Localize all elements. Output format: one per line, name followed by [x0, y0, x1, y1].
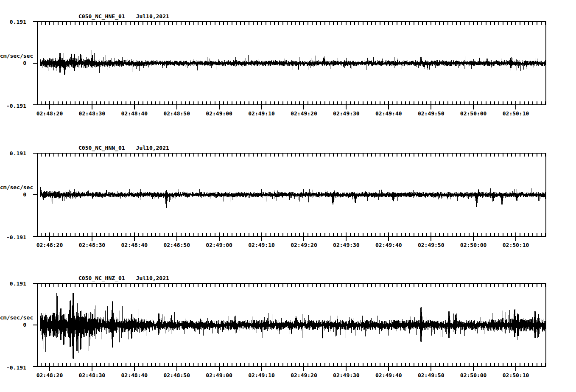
station-channel-label: C050_NC_HNE_01	[78, 13, 125, 20]
x-tick-label: 02:49:00	[206, 372, 232, 378]
y-tick-label-top: 0.191	[0, 280, 26, 287]
x-tick-label: 02:48:40	[121, 242, 148, 248]
y-tick-label-bottom: -0.191	[0, 234, 26, 241]
x-tick-label: 02:48:20	[36, 110, 63, 117]
y-axis-unit-label: cm/sec/sec	[0, 53, 33, 59]
panel-hne: C050_NC_HNE_01 Jul10,2021 0.191 cm/sec/s…	[0, 0, 576, 127]
y-tick-label-top: 0.191	[0, 19, 26, 25]
x-tick-label: 02:49:20	[291, 242, 317, 248]
x-tick-label: 02:48:40	[121, 110, 148, 117]
x-tick-label: 02:49:10	[248, 242, 275, 248]
y-tick-label-zero: 0	[0, 322, 26, 328]
x-tick-label: 02:49:00	[206, 242, 232, 248]
x-tick-label: 02:49:10	[248, 110, 275, 117]
x-tick-label: 02:48:30	[79, 242, 106, 248]
seismogram-figure: C050_NC_HNE_01 Jul10,2021 0.191 cm/sec/s…	[0, 0, 576, 392]
date-label: Jul10,2021	[136, 275, 169, 281]
x-tick-label: 02:49:40	[375, 242, 402, 248]
station-channel-label: C050_NC_HNN_01	[78, 145, 125, 151]
date-label: Jul10,2021	[136, 13, 169, 20]
x-tick-label: 02:49:30	[333, 110, 360, 117]
panel-title: C050_NC_HNN_01 Jul10,2021	[78, 145, 169, 151]
y-tick-label-bottom: -0.191	[0, 103, 26, 109]
x-tick-label: 02:49:50	[418, 372, 445, 378]
x-tick-label: 02:50:00	[460, 110, 487, 117]
x-tick-label: 02:49:30	[333, 372, 360, 378]
x-tick-label: 02:49:20	[291, 110, 317, 117]
x-tick-label: 02:48:40	[121, 372, 148, 378]
x-tick-label: 02:50:10	[503, 372, 529, 378]
y-tick-label-zero: 0	[0, 191, 26, 198]
x-tick-label: 02:48:20	[36, 242, 63, 248]
x-tick-label: 02:50:00	[460, 372, 487, 378]
y-axis-unit-label: cm/sec/sec	[0, 184, 33, 190]
panel-title: C050_NC_HNE_01 Jul10,2021	[78, 13, 169, 20]
x-tick-label: 02:48:50	[163, 242, 190, 248]
station-channel-label: C050_NC_HNZ_01	[78, 275, 125, 281]
panel-hnn: C050_NC_HNN_01 Jul10,2021 0.191 cm/sec/s…	[0, 132, 576, 259]
x-tick-label: 02:48:50	[163, 372, 190, 378]
panel-title: C050_NC_HNZ_01 Jul10,2021	[78, 275, 169, 281]
x-tick-label: 02:49:00	[206, 110, 232, 117]
x-tick-label: 02:49:50	[418, 110, 445, 117]
x-tick-label: 02:48:20	[36, 372, 63, 378]
x-tick-label: 02:49:20	[291, 372, 317, 378]
y-tick-label-bottom: -0.191	[0, 364, 26, 371]
x-axis-labels: 02:48:2002:48:3002:48:4002:48:5002:49:00…	[0, 372, 576, 380]
x-tick-label: 02:48:30	[79, 372, 106, 378]
x-tick-label: 02:48:50	[163, 110, 190, 117]
x-tick-label: 02:50:00	[460, 242, 487, 248]
panel-hnz: C050_NC_HNZ_01 Jul10,2021 0.191 cm/sec/s…	[0, 262, 576, 389]
y-tick-label-top: 0.191	[0, 150, 26, 157]
x-tick-label: 02:49:30	[333, 242, 360, 248]
x-tick-label: 02:49:10	[248, 372, 275, 378]
date-label: Jul10,2021	[136, 145, 169, 151]
x-tick-label: 02:50:10	[503, 242, 529, 248]
x-axis-labels: 02:48:2002:48:3002:48:4002:48:5002:49:00…	[0, 110, 576, 118]
y-axis-unit-label: cm/sec/sec	[0, 314, 33, 321]
x-tick-label: 02:48:30	[79, 110, 106, 117]
x-tick-label: 02:50:10	[503, 110, 529, 117]
x-tick-label: 02:49:50	[418, 242, 445, 248]
x-tick-label: 02:49:40	[375, 372, 402, 378]
x-axis-labels: 02:48:2002:48:3002:48:4002:48:5002:49:00…	[0, 242, 576, 249]
x-tick-label: 02:49:40	[375, 110, 402, 117]
y-tick-label-zero: 0	[0, 60, 26, 66]
